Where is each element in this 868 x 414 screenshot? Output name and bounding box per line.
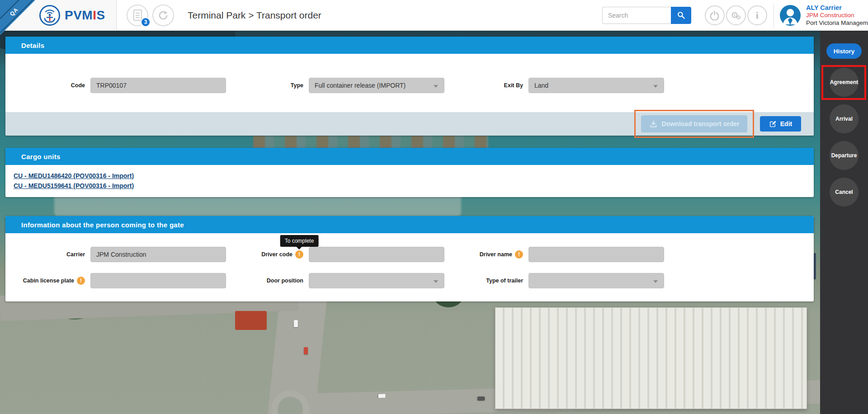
driver-code-label: Driver code ! To complete <box>231 250 303 259</box>
exit-by-select: Land <box>528 78 664 93</box>
warning-icon: ! <box>77 277 85 285</box>
to-complete-tooltip: To complete <box>280 235 319 247</box>
type-select: Full container release (IMPORT) <box>309 78 444 93</box>
photo-building-red-roof <box>235 311 267 330</box>
header-actions: ⚙⚙ i <box>703 5 767 25</box>
qa-ribbon-triangle <box>0 0 35 35</box>
photo-car <box>304 347 308 354</box>
details-body: Code TRP00107 Type Full container releas… <box>5 54 814 112</box>
gate-info-body: Carrier JPM Construction Driver code ! T… <box>5 233 814 301</box>
door-position-label: Door position <box>231 278 303 284</box>
settings-button[interactable]: ⚙⚙ <box>726 5 746 25</box>
cargo-unit-link[interactable]: CU - MEDU1486420 (POV00316 - Import) <box>14 171 134 181</box>
pvmis-logo-icon <box>39 5 61 26</box>
photo-roundabout <box>271 390 309 414</box>
carrier-field: JPM Construction <box>90 247 226 262</box>
orders-count-badge: 3 <box>141 17 151 27</box>
main-content: Details Code TRP00107 Type Full containe… <box>5 31 814 301</box>
arrival-button[interactable]: Arrival <box>830 104 859 133</box>
driver-code-label-text: Driver code <box>261 251 292 258</box>
agreement-button[interactable]: Agreement <box>830 68 859 97</box>
cabin-license-plate-label: Cabin license plate ! <box>5 277 85 285</box>
details-action-bar: Download transport order Edit <box>5 112 814 136</box>
driver-name-label: Driver name ! <box>450 250 523 259</box>
exit-by-label: Exit By <box>450 82 523 89</box>
user-organization: Port Victoria Managem <box>806 19 868 27</box>
download-icon <box>649 120 658 128</box>
cargo-units-body: CU - MEDU1486420 (POV00316 - Import) CU … <box>5 165 814 197</box>
code-field: TRP00107 <box>90 78 226 93</box>
search-input[interactable] <box>602 7 671 24</box>
app-window: QA PVMIS 3 Terminal Park > Transpo <box>0 0 868 414</box>
user-avatar[interactable] <box>779 5 801 26</box>
photo-car <box>294 320 298 327</box>
search-icon <box>677 11 685 19</box>
photo-trees <box>764 365 823 414</box>
user-company: JPM Construction <box>806 12 868 19</box>
orders-button[interactable]: 3 <box>127 5 148 26</box>
brand-pvm: PVM <box>65 8 93 22</box>
driver-name-label-text: Driver name <box>480 251 512 258</box>
download-button-label: Download transport order <box>662 120 740 127</box>
top-header: QA PVMIS 3 Terminal Park > Transpo <box>0 0 868 31</box>
search-bar <box>602 7 691 24</box>
trailer-type-label: Type of trailer <box>450 278 523 284</box>
cancel-button[interactable]: Cancel <box>830 178 859 207</box>
refresh-button[interactable] <box>152 5 174 26</box>
history-button[interactable]: History <box>826 43 862 59</box>
gate-info-panel: Information about the person coming to t… <box>5 216 814 301</box>
driver-code-field[interactable] <box>309 247 444 262</box>
photo-warehouse <box>495 307 807 409</box>
document-icon <box>133 9 142 21</box>
gears-icon: ⚙⚙ <box>731 10 741 20</box>
search-button[interactable] <box>671 7 691 24</box>
photo-car <box>478 397 485 401</box>
header-divider <box>774 3 774 28</box>
code-label: Code <box>5 82 85 89</box>
edit-button-label: Edit <box>780 120 792 127</box>
info-icon: i <box>756 9 759 21</box>
logout-button[interactable] <box>705 5 725 25</box>
refresh-icon <box>158 10 169 21</box>
door-position-select[interactable] <box>309 273 444 288</box>
photo-road <box>298 380 823 414</box>
action-sidebar: History Agreement Arrival Departure Canc… <box>820 31 868 414</box>
cargo-units-section-header: Cargo units <box>5 148 814 165</box>
photo-car <box>378 394 385 398</box>
departure-button[interactable]: Departure <box>830 141 859 170</box>
cargo-unit-link[interactable]: CU - MEDU5159641 (POV00316 - Import) <box>14 181 134 191</box>
cargo-units-panel: Cargo units CU - MEDU1486420 (POV00316 -… <box>5 148 814 197</box>
edit-button[interactable]: Edit <box>760 116 801 132</box>
page-title: Terminal Park > Transport order <box>188 10 321 21</box>
cabin-license-plate-label-text: Cabin license plate <box>23 278 74 284</box>
brand-s: S <box>96 8 105 22</box>
user-name: ALY Carrier <box>806 4 868 12</box>
carrier-label: Carrier <box>5 251 85 258</box>
details-panel: Details Code TRP00107 Type Full containe… <box>5 37 814 136</box>
type-label: Type <box>231 82 303 89</box>
driver-name-field[interactable] <box>528 247 664 262</box>
warning-icon: ! <box>515 250 523 259</box>
trailer-type-select[interactable] <box>528 273 664 288</box>
user-info[interactable]: ALY Carrier JPM Construction Port Victor… <box>806 4 868 27</box>
gate-info-section-header: Information about the person coming to t… <box>5 216 814 233</box>
edit-icon <box>769 120 777 128</box>
download-transport-order-button[interactable]: Download transport order <box>641 115 747 132</box>
logo-block: QA PVMIS <box>0 0 117 30</box>
cabin-license-plate-field[interactable] <box>90 273 226 288</box>
brand-wordmark: PVMIS <box>65 8 105 23</box>
details-section-header: Details <box>5 37 814 54</box>
info-button[interactable]: i <box>747 5 767 25</box>
power-icon <box>709 10 720 20</box>
